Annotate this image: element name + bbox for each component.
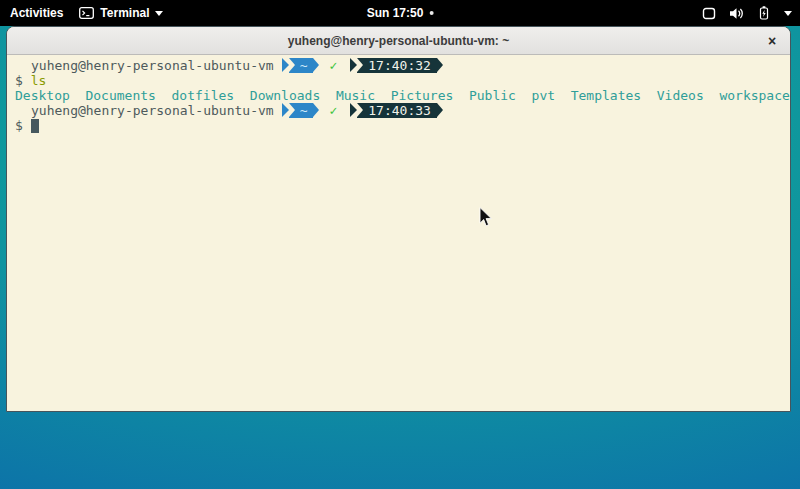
system-status-area[interactable] — [702, 0, 792, 26]
clock-button[interactable]: Sun 17:50 — [367, 0, 434, 26]
prompt1-cwd-segment: ~ — [289, 58, 314, 73]
top-bar-left: Activities Terminal — [0, 0, 163, 26]
clock-label: Sun 17:50 — [367, 6, 424, 20]
battery-charging-icon — [757, 6, 771, 20]
prompt2-cwd-segment: ~ — [289, 103, 314, 118]
top-bar: Activities Terminal Sun 17:50 — [0, 0, 800, 26]
powerline-arrow-icon — [282, 58, 289, 72]
terminal-window: yuheng@henry-personal-ubuntu-vm: ~ × yuh… — [6, 26, 791, 412]
prompt1-time-segment: 17:40:32 — [357, 58, 437, 73]
chevron-down-icon — [155, 11, 163, 16]
close-button[interactable]: × — [763, 32, 781, 50]
volume-icon — [729, 7, 744, 20]
prompt2-time-segment: 17:40:33 — [357, 103, 437, 118]
window-titlebar[interactable]: yuheng@henry-personal-ubuntu-vm: ~ × — [7, 27, 790, 55]
activities-label: Activities — [10, 6, 63, 20]
activities-button[interactable]: Activities — [10, 0, 63, 26]
prompt-line-1: yuheng@henry-personal-ubuntu-vm~✓17:40:3… — [15, 58, 790, 73]
terminal-app-icon — [79, 7, 94, 19]
prompt1-user-host: yuheng@henry-personal-ubuntu-vm — [31, 58, 274, 73]
app-menu[interactable]: Terminal — [79, 0, 163, 26]
prompt-line-2: yuheng@henry-personal-ubuntu-vm~✓17:40:3… — [15, 103, 790, 118]
window-title: yuheng@henry-personal-ubuntu-vm: ~ — [288, 34, 509, 48]
prompt-symbol: $ — [15, 73, 23, 88]
app-menu-label: Terminal — [100, 6, 149, 20]
terminal-content[interactable]: yuheng@henry-personal-ubuntu-vm~✓17:40:3… — [7, 55, 790, 133]
typed-command: ls — [31, 73, 47, 88]
prompt2-status-check-icon: ✓ — [329, 103, 337, 118]
powerline-arrow-icon — [350, 58, 357, 72]
powerline-arrow-icon — [282, 103, 289, 117]
prompt1-status-check-icon: ✓ — [329, 58, 337, 73]
command-line: $ ls — [15, 73, 790, 88]
prompt2-user-host: yuheng@henry-personal-ubuntu-vm — [31, 103, 274, 118]
ls-output: Desktop Documents dotfiles Downloads Mus… — [15, 88, 790, 103]
terminal-cursor — [31, 119, 39, 133]
notification-dot-icon — [429, 11, 433, 15]
chevron-down-icon — [784, 11, 792, 16]
powerline-arrow-icon — [350, 103, 357, 117]
screen-icon — [702, 7, 716, 20]
prompt-symbol: $ — [15, 118, 23, 133]
current-input-line[interactable]: $ — [15, 118, 790, 133]
